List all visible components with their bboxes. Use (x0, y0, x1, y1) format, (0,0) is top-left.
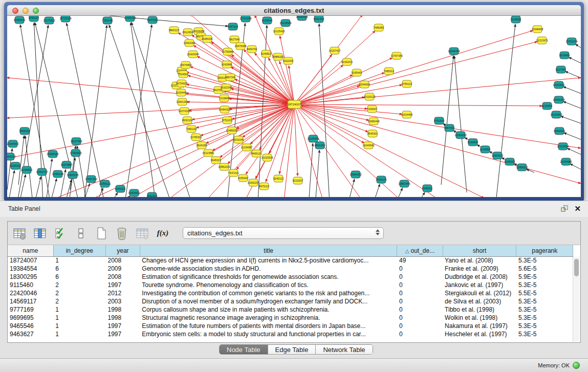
graph-node-yellow[interactable]: 10107427 (329, 47, 340, 54)
graph-node-yellow[interactable]: 8454749 (247, 46, 257, 53)
table-cell[interactable]: 5.9E-5 (516, 273, 573, 281)
table-cell[interactable]: Genome-wide association studies in ADHD. (140, 265, 397, 273)
scrollbar-thumb[interactable] (574, 259, 579, 276)
graph-node-teal[interactable]: 15692931 (553, 127, 565, 135)
graph-node-teal[interactable]: 10264230 (454, 132, 466, 139)
vertical-scrollbar[interactable] (573, 257, 580, 342)
graph-node-yellow[interactable]: 11544091 (359, 81, 371, 88)
column-header-title[interactable]: title (140, 245, 397, 256)
table-cell[interactable]: 6 (53, 273, 105, 281)
table-cell[interactable]: 5.3E-5 (516, 322, 573, 330)
table-cell[interactable]: 49 (397, 256, 443, 265)
table-cell[interactable]: 1998 (105, 314, 140, 322)
table-cell[interactable]: Jankovic et al. (1997) (443, 281, 516, 289)
table-row[interactable]: 969969511998Structural magnetic resonanc… (8, 314, 573, 322)
graph-node-teal[interactable]: 12505135 (67, 171, 78, 179)
table-cell[interactable]: 2 (53, 297, 105, 305)
table-cell[interactable]: 1 (53, 322, 105, 330)
graph-node-yellow[interactable]: 26575893 (180, 61, 191, 69)
table-cell[interactable]: 9465546 (8, 322, 53, 330)
graph-node-yellow[interactable]: 31756845 (222, 48, 233, 55)
table-cell[interactable]: 9115460 (8, 281, 53, 289)
graph-node-teal[interactable]: 11156803 (21, 166, 32, 173)
graph-node-yellow[interactable]: 16249540 (362, 142, 374, 149)
graph-node-teal[interactable]: 17957233 (85, 176, 97, 183)
graph-node-yellow[interactable]: 11514469 (401, 111, 413, 118)
table-cell[interactable]: 2 (53, 281, 105, 289)
table-cell[interactable]: Dudbridge et al. (2008) (443, 273, 516, 281)
graph-node-yellow[interactable]: 8465120 (251, 150, 262, 157)
graph-node-teal[interactable]: 16640946 (296, 16, 308, 20)
minimize-window-button[interactable] (23, 8, 29, 14)
table-cell[interactable]: 5.3E-5 (516, 256, 573, 265)
graph-node-teal[interactable]: 12942737 (36, 168, 48, 176)
graph-node-yellow[interactable]: 8219257 (293, 177, 303, 184)
graph-node-yellow[interactable]: 9153449 (176, 89, 186, 96)
graph-node-yellow[interactable]: 10543392 (183, 39, 195, 47)
graph-node-teal[interactable]: 20365011 (14, 16, 26, 24)
table-cell[interactable]: 9699695 (8, 314, 53, 322)
graph-node-yellow[interactable]: 10797349 (390, 52, 402, 59)
graph-node-yellow[interactable]: 16102345 (220, 84, 232, 91)
graph-node-teal[interactable]: 9467432 (444, 124, 454, 132)
graph-node-teal[interactable]: 9218536 (511, 16, 521, 23)
graph-node-yellow[interactable]: 9827546 (229, 36, 239, 43)
table-cell[interactable]: Hescheler et al. (1997) (443, 330, 516, 338)
table-row[interactable]: 1872400712008Changes of HCN gene express… (8, 256, 573, 265)
graph-node-yellow[interactable]: 8912954 (183, 29, 193, 36)
graph-node-teal[interactable]: 12103654 (557, 143, 569, 150)
table-cell[interactable]: 0 (397, 330, 443, 338)
graph-node-teal[interactable]: 17359924 (70, 149, 81, 157)
graph-node-teal[interactable]: 9061430 (314, 16, 324, 23)
graph-node-teal[interactable]: 22455310 (124, 16, 136, 21)
column-header-short[interactable]: short (443, 245, 516, 256)
table-cell[interactable]: 1 (53, 314, 105, 322)
select-columns-icon[interactable] (53, 226, 68, 241)
graph-node-teal[interactable]: 12444154 (553, 96, 564, 103)
float-panel-icon[interactable] (561, 205, 568, 212)
graph-node-teal[interactable]: 9124550 (480, 146, 490, 153)
network-canvas[interactable]: 9860123891295418226058982750981863281054… (7, 16, 581, 197)
table-cell[interactable]: 1 (53, 330, 105, 338)
row-height-icon[interactable] (73, 226, 89, 241)
graph-node-yellow[interactable]: 15885203 (272, 53, 284, 60)
graph-node-teal[interactable]: 8791920 (434, 117, 444, 124)
graph-node-yellow[interactable]: 26676068 (234, 42, 246, 50)
graph-node-teal[interactable]: 16210643 (550, 111, 562, 118)
tab-network-table[interactable]: Network Table (316, 345, 372, 354)
graph-node-yellow[interactable]: 9155443 (352, 69, 362, 76)
graph-node-yellow[interactable]: 12485032 (226, 127, 237, 134)
close-panel-icon[interactable]: ✕ (574, 205, 581, 213)
table-cell[interactable]: 2008 (105, 273, 140, 281)
graph-node-yellow[interactable]: 11765302 (190, 134, 202, 141)
graph-node-yellow[interactable]: 9624158 (197, 142, 207, 149)
table-row[interactable]: 1456911722003Disruption of a novel membe… (8, 297, 573, 305)
graph-node-yellow[interactable]: 8186328 (202, 35, 212, 42)
table-row[interactable]: 1830029562008Estimation of significance … (8, 273, 573, 281)
table-cell[interactable]: Tibbo et al. (1998) (443, 305, 516, 314)
table-cell[interactable]: 14569117 (8, 297, 53, 305)
graph-node-teal[interactable]: 8100840 (468, 139, 478, 146)
graph-node-teal[interactable]: 12093832 (553, 81, 564, 89)
table-cell[interactable]: 1 (53, 305, 105, 314)
graph-node-yellow[interactable]: 7204067 (367, 105, 377, 113)
table-cell[interactable]: 19384554 (8, 265, 53, 273)
graph-node-yellow[interactable]: 9242848 (222, 61, 232, 68)
graph-node-teal[interactable]: 10694032 (350, 171, 361, 178)
graph-node-teal[interactable]: 7351198 (102, 17, 113, 24)
graph-node-teal[interactable]: 10958322 (516, 164, 528, 171)
table-row[interactable]: 946362711997Embryonic stem cells: a mode… (8, 330, 573, 338)
graph-node-yellow[interactable]: 9322034 (283, 57, 293, 64)
graph-node-teal[interactable]: 9356123 (376, 176, 386, 183)
graph-node-teal[interactable]: 18117450 (71, 138, 82, 145)
graph-node-teal[interactable]: 9245032 (505, 158, 515, 165)
graph-node-teal[interactable]: 9227341 (556, 66, 566, 73)
column-header-year[interactable]: year (105, 245, 140, 256)
graph-node-teal[interactable]: 9245022 (115, 185, 125, 192)
table-cell[interactable]: 5.3E-5 (516, 314, 573, 322)
table-cell[interactable]: 2009 (105, 265, 140, 273)
table-cell[interactable]: Stergiakouli et al. (2012) (443, 289, 516, 297)
graph-node-yellow[interactable]: 16734025 (176, 80, 187, 87)
delete-rows-icon[interactable] (114, 226, 129, 241)
table-cell[interactable]: 5.3E-5 (516, 330, 573, 338)
